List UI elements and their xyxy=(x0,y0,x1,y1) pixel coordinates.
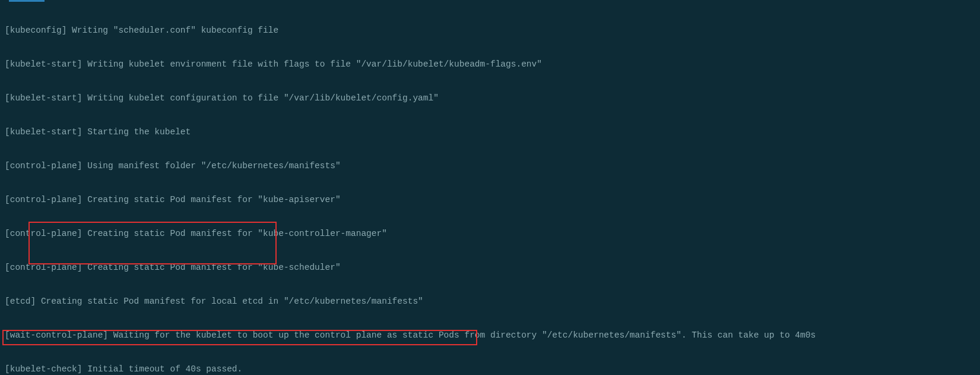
log-line: [kubelet-start] Starting the kubelet xyxy=(5,127,980,138)
log-line: [control-plane] Creating static Pod mani… xyxy=(5,228,980,240)
titlebar-accent xyxy=(9,0,45,2)
log-line: [etcd] Creating static Pod manifest for … xyxy=(5,296,980,307)
window-titlebar xyxy=(0,0,980,2)
log-line: [control-plane] Creating static Pod mani… xyxy=(5,194,980,206)
log-line: [wait-control-plane] Waiting for the kub… xyxy=(5,330,980,341)
terminal-output[interactable]: [kubeconfig] Writing "scheduler.conf" ku… xyxy=(5,2,980,375)
log-line: [control-plane] Creating static Pod mani… xyxy=(5,262,980,273)
log-line: [kubeconfig] Writing "scheduler.conf" ku… xyxy=(5,25,980,36)
log-line: [kubelet-start] Writing kubelet environm… xyxy=(5,59,980,70)
log-line: [control-plane] Using manifest folder "/… xyxy=(5,160,980,172)
log-line: [kubelet-start] Writing kubelet configur… xyxy=(5,93,980,104)
log-line: [kubelet-check] Initial timeout of 40s p… xyxy=(5,364,980,375)
